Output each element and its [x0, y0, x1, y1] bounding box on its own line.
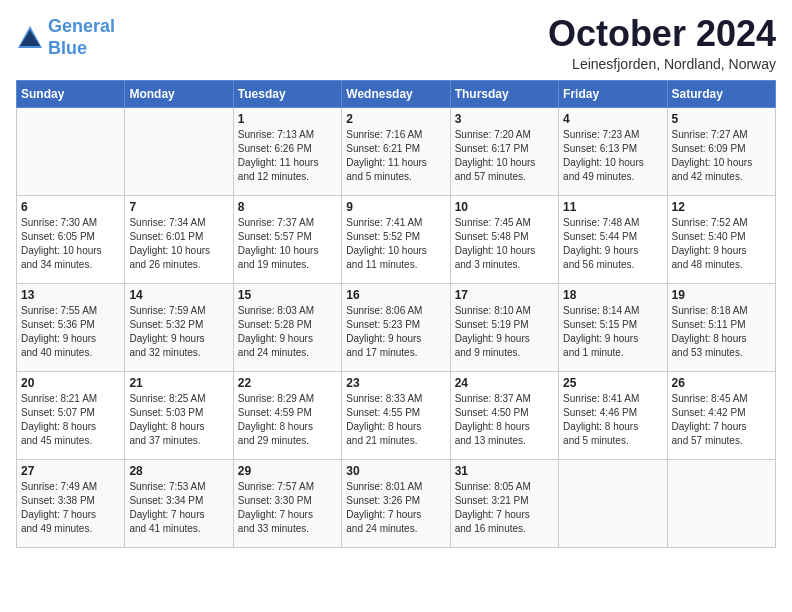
calendar-cell: 29Sunrise: 7:57 AM Sunset: 3:30 PM Dayli…	[233, 460, 341, 548]
weekday-header-saturday: Saturday	[667, 81, 775, 108]
day-detail: Sunrise: 8:37 AM Sunset: 4:50 PM Dayligh…	[455, 392, 554, 448]
day-detail: Sunrise: 8:33 AM Sunset: 4:55 PM Dayligh…	[346, 392, 445, 448]
logo-icon	[16, 24, 44, 52]
day-detail: Sunrise: 8:18 AM Sunset: 5:11 PM Dayligh…	[672, 304, 771, 360]
weekday-header-row: SundayMondayTuesdayWednesdayThursdayFrid…	[17, 81, 776, 108]
calendar-cell: 24Sunrise: 8:37 AM Sunset: 4:50 PM Dayli…	[450, 372, 558, 460]
day-detail: Sunrise: 7:45 AM Sunset: 5:48 PM Dayligh…	[455, 216, 554, 272]
calendar-cell: 11Sunrise: 7:48 AM Sunset: 5:44 PM Dayli…	[559, 196, 667, 284]
svg-marker-1	[20, 30, 40, 46]
calendar-cell: 1Sunrise: 7:13 AM Sunset: 6:26 PM Daylig…	[233, 108, 341, 196]
day-detail: Sunrise: 8:41 AM Sunset: 4:46 PM Dayligh…	[563, 392, 662, 448]
day-detail: Sunrise: 8:25 AM Sunset: 5:03 PM Dayligh…	[129, 392, 228, 448]
day-number: 23	[346, 376, 445, 390]
day-number: 14	[129, 288, 228, 302]
calendar-cell: 4Sunrise: 7:23 AM Sunset: 6:13 PM Daylig…	[559, 108, 667, 196]
day-number: 12	[672, 200, 771, 214]
calendar-cell: 18Sunrise: 8:14 AM Sunset: 5:15 PM Dayli…	[559, 284, 667, 372]
calendar-cell: 7Sunrise: 7:34 AM Sunset: 6:01 PM Daylig…	[125, 196, 233, 284]
day-detail: Sunrise: 7:23 AM Sunset: 6:13 PM Dayligh…	[563, 128, 662, 184]
month-title: October 2024	[548, 16, 776, 52]
day-number: 25	[563, 376, 662, 390]
day-detail: Sunrise: 7:41 AM Sunset: 5:52 PM Dayligh…	[346, 216, 445, 272]
calendar-cell: 5Sunrise: 7:27 AM Sunset: 6:09 PM Daylig…	[667, 108, 775, 196]
calendar-cell	[125, 108, 233, 196]
day-number: 10	[455, 200, 554, 214]
day-detail: Sunrise: 8:45 AM Sunset: 4:42 PM Dayligh…	[672, 392, 771, 448]
calendar-cell: 12Sunrise: 7:52 AM Sunset: 5:40 PM Dayli…	[667, 196, 775, 284]
calendar-cell: 14Sunrise: 7:59 AM Sunset: 5:32 PM Dayli…	[125, 284, 233, 372]
day-number: 19	[672, 288, 771, 302]
day-number: 6	[21, 200, 120, 214]
day-number: 31	[455, 464, 554, 478]
calendar-cell: 30Sunrise: 8:01 AM Sunset: 3:26 PM Dayli…	[342, 460, 450, 548]
day-number: 17	[455, 288, 554, 302]
day-number: 11	[563, 200, 662, 214]
week-row-2: 6Sunrise: 7:30 AM Sunset: 6:05 PM Daylig…	[17, 196, 776, 284]
calendar-cell	[667, 460, 775, 548]
week-row-3: 13Sunrise: 7:55 AM Sunset: 5:36 PM Dayli…	[17, 284, 776, 372]
day-detail: Sunrise: 7:49 AM Sunset: 3:38 PM Dayligh…	[21, 480, 120, 536]
calendar-cell: 2Sunrise: 7:16 AM Sunset: 6:21 PM Daylig…	[342, 108, 450, 196]
day-number: 4	[563, 112, 662, 126]
day-detail: Sunrise: 8:06 AM Sunset: 5:23 PM Dayligh…	[346, 304, 445, 360]
logo: General Blue	[16, 16, 115, 59]
calendar-cell: 9Sunrise: 7:41 AM Sunset: 5:52 PM Daylig…	[342, 196, 450, 284]
calendar-cell: 21Sunrise: 8:25 AM Sunset: 5:03 PM Dayli…	[125, 372, 233, 460]
day-detail: Sunrise: 7:52 AM Sunset: 5:40 PM Dayligh…	[672, 216, 771, 272]
day-number: 2	[346, 112, 445, 126]
calendar-cell	[17, 108, 125, 196]
day-number: 24	[455, 376, 554, 390]
weekday-header-thursday: Thursday	[450, 81, 558, 108]
calendar-cell: 6Sunrise: 7:30 AM Sunset: 6:05 PM Daylig…	[17, 196, 125, 284]
weekday-header-sunday: Sunday	[17, 81, 125, 108]
day-number: 27	[21, 464, 120, 478]
day-detail: Sunrise: 8:03 AM Sunset: 5:28 PM Dayligh…	[238, 304, 337, 360]
day-number: 1	[238, 112, 337, 126]
day-number: 29	[238, 464, 337, 478]
calendar-cell: 23Sunrise: 8:33 AM Sunset: 4:55 PM Dayli…	[342, 372, 450, 460]
calendar-cell: 22Sunrise: 8:29 AM Sunset: 4:59 PM Dayli…	[233, 372, 341, 460]
calendar-cell: 10Sunrise: 7:45 AM Sunset: 5:48 PM Dayli…	[450, 196, 558, 284]
day-number: 15	[238, 288, 337, 302]
weekday-header-wednesday: Wednesday	[342, 81, 450, 108]
day-detail: Sunrise: 8:01 AM Sunset: 3:26 PM Dayligh…	[346, 480, 445, 536]
day-detail: Sunrise: 8:14 AM Sunset: 5:15 PM Dayligh…	[563, 304, 662, 360]
day-detail: Sunrise: 7:27 AM Sunset: 6:09 PM Dayligh…	[672, 128, 771, 184]
day-detail: Sunrise: 7:20 AM Sunset: 6:17 PM Dayligh…	[455, 128, 554, 184]
calendar-cell: 27Sunrise: 7:49 AM Sunset: 3:38 PM Dayli…	[17, 460, 125, 548]
day-detail: Sunrise: 7:59 AM Sunset: 5:32 PM Dayligh…	[129, 304, 228, 360]
calendar-cell: 3Sunrise: 7:20 AM Sunset: 6:17 PM Daylig…	[450, 108, 558, 196]
day-detail: Sunrise: 8:21 AM Sunset: 5:07 PM Dayligh…	[21, 392, 120, 448]
location: Leinesfjorden, Nordland, Norway	[548, 56, 776, 72]
day-detail: Sunrise: 8:29 AM Sunset: 4:59 PM Dayligh…	[238, 392, 337, 448]
page-header: General Blue October 2024 Leinesfjorden,…	[16, 16, 776, 72]
week-row-4: 20Sunrise: 8:21 AM Sunset: 5:07 PM Dayli…	[17, 372, 776, 460]
calendar-table: SundayMondayTuesdayWednesdayThursdayFrid…	[16, 80, 776, 548]
day-detail: Sunrise: 8:10 AM Sunset: 5:19 PM Dayligh…	[455, 304, 554, 360]
weekday-header-friday: Friday	[559, 81, 667, 108]
day-number: 18	[563, 288, 662, 302]
day-number: 30	[346, 464, 445, 478]
day-detail: Sunrise: 7:16 AM Sunset: 6:21 PM Dayligh…	[346, 128, 445, 184]
calendar-cell	[559, 460, 667, 548]
calendar-cell: 31Sunrise: 8:05 AM Sunset: 3:21 PM Dayli…	[450, 460, 558, 548]
day-detail: Sunrise: 7:48 AM Sunset: 5:44 PM Dayligh…	[563, 216, 662, 272]
calendar-cell: 13Sunrise: 7:55 AM Sunset: 5:36 PM Dayli…	[17, 284, 125, 372]
calendar-cell: 26Sunrise: 8:45 AM Sunset: 4:42 PM Dayli…	[667, 372, 775, 460]
day-detail: Sunrise: 7:30 AM Sunset: 6:05 PM Dayligh…	[21, 216, 120, 272]
logo-text: General Blue	[48, 16, 115, 59]
weekday-header-monday: Monday	[125, 81, 233, 108]
day-detail: Sunrise: 7:37 AM Sunset: 5:57 PM Dayligh…	[238, 216, 337, 272]
day-number: 3	[455, 112, 554, 126]
calendar-cell: 17Sunrise: 8:10 AM Sunset: 5:19 PM Dayli…	[450, 284, 558, 372]
week-row-1: 1Sunrise: 7:13 AM Sunset: 6:26 PM Daylig…	[17, 108, 776, 196]
day-number: 8	[238, 200, 337, 214]
day-detail: Sunrise: 7:55 AM Sunset: 5:36 PM Dayligh…	[21, 304, 120, 360]
day-detail: Sunrise: 7:34 AM Sunset: 6:01 PM Dayligh…	[129, 216, 228, 272]
day-detail: Sunrise: 8:05 AM Sunset: 3:21 PM Dayligh…	[455, 480, 554, 536]
day-number: 28	[129, 464, 228, 478]
day-number: 22	[238, 376, 337, 390]
day-detail: Sunrise: 7:57 AM Sunset: 3:30 PM Dayligh…	[238, 480, 337, 536]
calendar-cell: 28Sunrise: 7:53 AM Sunset: 3:34 PM Dayli…	[125, 460, 233, 548]
